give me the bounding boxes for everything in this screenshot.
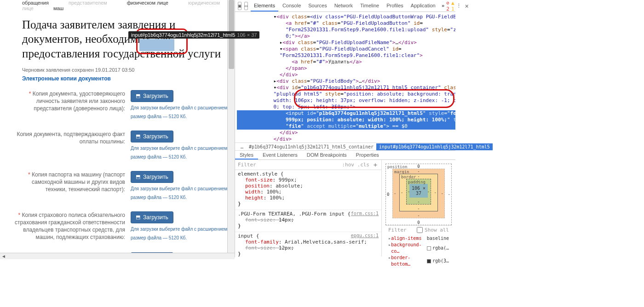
upload-hint: Для загрузки выберите файл с расширением… xyxy=(131,186,227,192)
field-label: * Копия документа, удостоверяющего лично… xyxy=(14,90,131,119)
upload-hint: размер файла — 5120 Кб. xyxy=(131,154,227,160)
styles-sub-tab[interactable]: Styles xyxy=(235,151,258,159)
breadcrumb-item[interactable]: input#p1b6q3774ogu11nhlq5j32m12l71_html5 xyxy=(376,143,493,150)
field-label: * Копия страхового полиса обязательного … xyxy=(14,211,131,241)
inspector-tooltip: input#p1b6q3774ogu11nhlq5j32m12l71_html5… xyxy=(128,31,259,39)
selected-dom-node[interactable]: <input id="p1b6q3774ogu11nhlq5j32m12l71_… xyxy=(237,110,455,117)
draft-saved-text: Черновик заявления сохранен 19.01.2017 0… xyxy=(22,67,227,73)
upload-button[interactable]: ⬒Загрузить xyxy=(131,90,173,102)
scroll-left-arrow[interactable]: ◄ xyxy=(1,254,6,259)
upload-button[interactable]: ⬒Загрузить xyxy=(131,211,173,223)
close-devtools-icon[interactable]: × xyxy=(465,2,469,10)
computed-property[interactable]: ▸align-itemsbaseline xyxy=(388,235,449,242)
tab-item[interactable]: юридическом лице xyxy=(22,0,220,11)
styles-sub-tab[interactable]: Event Listeners xyxy=(258,151,302,159)
devtools-tab[interactable]: Console xyxy=(279,0,304,11)
computed-filter-input[interactable]: Filter xyxy=(388,227,407,233)
tab-item[interactable]: маш xyxy=(53,6,64,11)
inspect-element-icon[interactable]: ▣ xyxy=(238,2,242,10)
upload-hint: размер файла — 5120 Кб. xyxy=(131,194,227,200)
dom-tree[interactable]: ▾<div class=<div class="PGU-FieldUploadB… xyxy=(235,12,455,142)
horizontal-scrollbar[interactable]: ◄ xyxy=(0,253,235,259)
computed-property[interactable]: ▸border-bottom…rgb(3… xyxy=(388,255,449,267)
upload-hint: размер файла — 5120 Кб. xyxy=(131,235,227,241)
devtools-tab[interactable]: Profiles xyxy=(383,0,407,11)
styles-pane[interactable]: Filter :hov .cls＋ element.style { font-s… xyxy=(235,160,382,256)
tab-item[interactable]: обращения xyxy=(22,0,49,6)
device-mode-icon[interactable]: ▭ xyxy=(244,2,248,10)
upload-hint: размер файла — 5120 Кб. xyxy=(131,114,227,119)
upload-field-row: * Копия паспорта на машину (паспорт само… xyxy=(14,171,227,200)
box-model-widget: position 000- margin ---- border ---- pa… xyxy=(382,160,455,256)
dom-breadcrumb[interactable]: … #p1b6q3774ogu11nhlq5j32m12l71_html5_co… xyxy=(235,142,455,151)
upload-icon: ⬒ xyxy=(136,93,140,99)
top-tabs: обращения представителем физическом лице… xyxy=(14,0,227,14)
upload-hint: Для загрузки выберите файл с расширением… xyxy=(131,226,227,232)
tab-item[interactable]: физическом лице xyxy=(127,0,168,6)
upload-icon: ⬒ xyxy=(136,133,140,139)
styles-sub-tabs: StylesEvent ListenersDOM BreakpointsProp… xyxy=(235,151,455,160)
devtools-tab[interactable]: Application xyxy=(408,0,439,11)
source-link[interactable]: epgu.css:1 xyxy=(351,233,379,238)
upload-hint: Для загрузки выберите файл с расширением… xyxy=(131,105,227,111)
upload-button[interactable]: ⬒Загрузить xyxy=(131,131,173,142)
upload-field-row: * Копия страхового полиса обязательного … xyxy=(14,211,227,241)
new-rule-icon[interactable]: ＋ xyxy=(372,161,379,169)
browser-viewport: обращения представителем физическом лице… xyxy=(0,0,235,257)
devtools-menu-icon[interactable]: ⋮ xyxy=(456,3,461,9)
devtools-toolbar: ▣ ▭ ElementsConsoleSourcesNetworkTimelin… xyxy=(235,0,455,12)
styles-sub-tab[interactable]: Properties xyxy=(351,151,384,159)
breadcrumb-item[interactable]: … xyxy=(238,143,246,150)
upload-hint: Для загрузки выберите файл с расширением… xyxy=(131,145,227,151)
hov-cls-toggle[interactable]: :hov .cls xyxy=(342,162,369,168)
field-label: * Копия паспорта на машину (паспорт само… xyxy=(14,171,131,200)
section-link[interactable]: Электронные копии документов xyxy=(22,75,227,82)
source-link[interactable]: form.css:1 xyxy=(351,211,379,216)
devtools-tab[interactable]: Elements xyxy=(251,0,278,11)
upload-button[interactable]: ⬒Загрузить xyxy=(131,171,173,183)
devtools-panel: ▣ ▭ ElementsConsoleSourcesNetworkTimelin… xyxy=(235,0,455,257)
upload-field-row: Копия документа, подтверждающего факт оп… xyxy=(14,131,227,160)
warning-badge[interactable]: ▲ 1 xyxy=(451,0,454,12)
upload-field-row: * Копия документа, удостоверяющего лично… xyxy=(14,90,227,119)
upload-icon: ⬒ xyxy=(136,174,140,180)
styles-filter-input[interactable]: Filter xyxy=(238,162,256,168)
page-title: Подача заявителем заявления и документов… xyxy=(22,17,227,61)
computed-property[interactable]: ▸background-co…rgba(… xyxy=(388,242,449,255)
devtools-tab[interactable]: Network xyxy=(331,0,356,11)
show-all-checkbox[interactable] xyxy=(417,227,423,233)
styles-sub-tab[interactable]: DOM Breakpoints xyxy=(302,151,351,159)
upload-icon: ⬒ xyxy=(136,214,140,220)
devtools-tab[interactable]: Sources xyxy=(305,0,330,11)
devtools-tab[interactable]: Timeline xyxy=(357,0,382,11)
field-label: Копия документа, подтверждающего факт оп… xyxy=(14,131,131,160)
breadcrumb-item[interactable]: #p1b6q3774ogu11nhlq5j32m12l71_html5_cont… xyxy=(246,143,376,150)
tab-item[interactable]: представителем xyxy=(69,0,107,6)
error-badge[interactable]: ⊘ 2 xyxy=(446,0,449,12)
more-tabs-icon[interactable]: » xyxy=(442,3,445,9)
